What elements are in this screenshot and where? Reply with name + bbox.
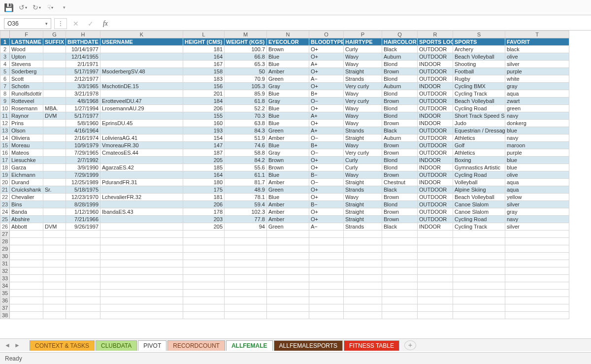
cell[interactable]: 5/17/1997 bbox=[66, 68, 100, 75]
row-header[interactable]: 33 bbox=[0, 275, 10, 282]
field-header[interactable]: HAIRCOLOR bbox=[382, 38, 418, 46]
cell[interactable]: Blue bbox=[267, 171, 309, 179]
cell[interactable] bbox=[43, 304, 66, 312]
cell[interactable]: O− bbox=[309, 134, 344, 142]
cell[interactable] bbox=[344, 267, 382, 275]
cell[interactable]: Beach Volleyball bbox=[453, 53, 505, 61]
cell[interactable]: black bbox=[505, 46, 569, 53]
cell[interactable]: 52.2 bbox=[225, 105, 267, 112]
cell[interactable]: 10/14/1977 bbox=[66, 46, 100, 53]
row-header[interactable]: 9 bbox=[0, 98, 10, 105]
cell[interactable]: purple bbox=[505, 68, 569, 75]
cell[interactable]: Strands bbox=[344, 223, 382, 231]
cell[interactable]: 205 bbox=[183, 223, 225, 231]
cell[interactable]: OUTDOOR bbox=[418, 75, 453, 83]
cell[interactable]: blue bbox=[505, 164, 569, 171]
cell[interactable] bbox=[100, 90, 183, 98]
cell[interactable] bbox=[66, 290, 100, 297]
cell[interactable]: 8/28/1999 bbox=[66, 201, 100, 208]
row-header[interactable]: 2 bbox=[0, 46, 10, 53]
enter-button[interactable]: ✓ bbox=[85, 18, 97, 29]
cell[interactable] bbox=[100, 304, 183, 312]
row-header[interactable]: 10 bbox=[0, 105, 10, 112]
cell[interactable] bbox=[43, 53, 66, 61]
cell[interactable] bbox=[43, 83, 66, 90]
cell[interactable]: 2/7/1992 bbox=[66, 157, 100, 164]
field-header[interactable]: BIRTHDATE bbox=[66, 38, 100, 46]
cell[interactable]: 59.4 bbox=[225, 201, 267, 208]
cell[interactable]: Schotin bbox=[10, 83, 43, 90]
cell[interactable]: 58.8 bbox=[225, 149, 267, 157]
cell[interactable] bbox=[183, 260, 225, 267]
cell[interactable] bbox=[344, 275, 382, 282]
field-header[interactable]: SUFFIX bbox=[43, 38, 66, 46]
cell[interactable]: Straight bbox=[344, 208, 382, 216]
tab-scroll-right[interactable]: ► bbox=[13, 341, 22, 350]
cell[interactable]: 187 bbox=[183, 149, 225, 157]
cell[interactable]: Wavy bbox=[344, 120, 382, 127]
cell[interactable]: Cycling Track bbox=[453, 223, 505, 231]
cell[interactable] bbox=[43, 194, 66, 201]
cell[interactable]: O− bbox=[309, 98, 344, 105]
cell[interactable] bbox=[309, 290, 344, 297]
cell[interactable] bbox=[66, 253, 100, 260]
cell[interactable]: 156 bbox=[183, 83, 225, 90]
cell[interactable]: Wavy bbox=[344, 90, 382, 98]
cell[interactable]: Brown bbox=[382, 208, 418, 216]
cell[interactable]: Strands bbox=[344, 186, 382, 194]
row-header[interactable]: 13 bbox=[0, 127, 10, 134]
cell[interactable] bbox=[100, 231, 183, 238]
cell[interactable]: ErotteveelDU.47 bbox=[100, 98, 183, 105]
cell[interactable]: 55.6 bbox=[225, 164, 267, 171]
select-all-corner[interactable] bbox=[0, 31, 10, 38]
cell[interactable] bbox=[505, 238, 569, 245]
cell[interactable] bbox=[382, 231, 418, 238]
cell[interactable] bbox=[505, 231, 569, 238]
cell[interactable]: Rotteveel bbox=[10, 98, 43, 105]
cell[interactable] bbox=[66, 297, 100, 304]
cell[interactable] bbox=[505, 282, 569, 290]
cell[interactable]: OUTDOOR bbox=[418, 127, 453, 134]
cell[interactable]: Very curly bbox=[344, 98, 382, 105]
cell[interactable] bbox=[505, 260, 569, 267]
cell[interactable] bbox=[43, 208, 66, 216]
cell[interactable] bbox=[66, 304, 100, 312]
cell[interactable]: blue bbox=[505, 157, 569, 164]
cell[interactable]: OUTDOOR bbox=[418, 194, 453, 201]
cell[interactable] bbox=[225, 260, 267, 267]
cell[interactable]: Liesuchke bbox=[10, 157, 43, 164]
cell[interactable]: Straight bbox=[344, 201, 382, 208]
cell[interactable]: Straight bbox=[344, 179, 382, 186]
cell[interactable]: Gymnastics Artistic bbox=[453, 164, 505, 171]
cell[interactable]: Amber bbox=[267, 68, 309, 75]
cell[interactable]: 7/21/1966 bbox=[66, 216, 100, 223]
row-header[interactable]: 36 bbox=[0, 297, 10, 304]
cell[interactable] bbox=[309, 312, 344, 319]
cell[interactable]: 160 bbox=[183, 120, 225, 127]
cell[interactable]: Blond bbox=[382, 164, 418, 171]
cell[interactable]: Olson bbox=[10, 127, 43, 134]
cell[interactable]: OUTDOOR bbox=[418, 46, 453, 53]
cell[interactable]: Cycling Road bbox=[453, 216, 505, 223]
column-header[interactable]: N bbox=[267, 31, 309, 38]
cell[interactable]: 48.9 bbox=[225, 186, 267, 194]
cell[interactable]: MschotinDE.15 bbox=[100, 83, 183, 90]
cell[interactable]: Prins bbox=[10, 120, 43, 127]
cell[interactable] bbox=[100, 253, 183, 260]
cell[interactable] bbox=[43, 216, 66, 223]
cell[interactable]: Archery bbox=[453, 46, 505, 53]
cell[interactable] bbox=[418, 231, 453, 238]
cell[interactable] bbox=[382, 260, 418, 267]
cell[interactable]: Boxing bbox=[453, 157, 505, 164]
cell[interactable] bbox=[183, 238, 225, 245]
cell[interactable]: O+ bbox=[309, 164, 344, 171]
cell[interactable]: Wavy bbox=[344, 53, 382, 61]
cell[interactable]: 77.8 bbox=[225, 216, 267, 223]
cell[interactable] bbox=[10, 290, 43, 297]
cell[interactable]: 5/8/1960 bbox=[66, 120, 100, 127]
cell[interactable]: Black bbox=[382, 127, 418, 134]
tab-scroll-left[interactable]: ◄ bbox=[3, 341, 12, 350]
cell[interactable]: OUTDOOR bbox=[418, 208, 453, 216]
cell[interactable]: O+ bbox=[309, 194, 344, 201]
cell[interactable] bbox=[382, 304, 418, 312]
